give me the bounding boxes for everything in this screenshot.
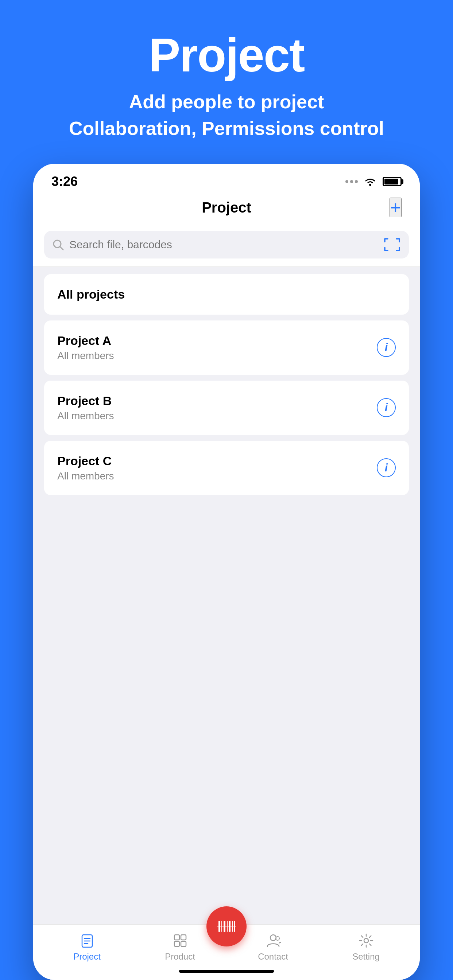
- setting-tab-label: Setting: [353, 951, 380, 962]
- svg-rect-17: [174, 941, 179, 947]
- add-project-button[interactable]: +: [389, 197, 402, 217]
- tab-bar: Project Product Contact: [33, 924, 420, 966]
- subtitle-line2: Collaboration, Permissions control: [69, 118, 384, 139]
- search-bar: [44, 231, 409, 258]
- subtitle-line1: Add people to project: [129, 91, 324, 112]
- project-tab-icon: [79, 932, 95, 949]
- svg-point-0: [369, 184, 371, 186]
- status-icons: [345, 177, 402, 187]
- project-c-info-icon[interactable]: i: [377, 458, 396, 477]
- svg-point-21: [364, 939, 368, 943]
- navigation-bar: Project +: [33, 193, 420, 224]
- search-input[interactable]: [69, 239, 378, 251]
- subtitle: Add people to project Collaboration, Per…: [69, 89, 384, 142]
- project-a-info-icon[interactable]: i: [377, 338, 396, 357]
- search-icon: [52, 239, 64, 250]
- battery-icon: [383, 177, 402, 186]
- scanner-fab-button[interactable]: [206, 906, 247, 947]
- home-bar: [179, 970, 274, 973]
- project-a-subtitle: All members: [57, 350, 114, 362]
- svg-rect-15: [174, 935, 179, 940]
- tab-project[interactable]: Project: [40, 932, 134, 962]
- nav-title: Project: [202, 199, 251, 216]
- signal-dots-icon: [345, 180, 358, 183]
- status-bar: 3:26: [33, 164, 420, 193]
- project-b-title: Project B: [57, 394, 114, 408]
- scanner-fab-icon: [215, 917, 238, 935]
- svg-rect-18: [181, 941, 186, 947]
- project-c-subtitle: All members: [57, 470, 114, 482]
- project-b-info-icon[interactable]: i: [377, 398, 396, 417]
- project-b-card[interactable]: Project B All members i: [44, 380, 409, 435]
- svg-line-2: [60, 247, 63, 250]
- status-time: 3:26: [51, 174, 78, 189]
- product-tab-icon: [172, 932, 188, 949]
- project-c-card[interactable]: Project C All members i: [44, 441, 409, 495]
- product-tab-label: Product: [165, 951, 195, 962]
- project-a-title: Project A: [57, 334, 114, 348]
- project-c-title: Project C: [57, 454, 114, 468]
- all-projects-title: All projects: [57, 287, 125, 302]
- contact-tab-label: Contact: [258, 951, 288, 962]
- home-indicator: [33, 966, 420, 980]
- wifi-icon: [364, 177, 377, 187]
- scan-barcode-icon[interactable]: [383, 237, 401, 252]
- header-section: Project Add people to project Collaborat…: [0, 0, 453, 164]
- content-area: All projects Project A All members i Pro…: [33, 267, 420, 924]
- project-b-subtitle: All members: [57, 410, 114, 422]
- all-projects-card[interactable]: All projects: [44, 274, 409, 315]
- contact-tab-icon: [265, 932, 281, 949]
- svg-point-19: [270, 935, 276, 940]
- search-container: [33, 224, 420, 267]
- phone-mockup: 3:26 Project +: [33, 164, 420, 980]
- svg-rect-16: [181, 935, 186, 940]
- project-tab-label: Project: [73, 951, 100, 962]
- setting-tab-icon: [358, 932, 374, 949]
- project-a-card[interactable]: Project A All members i: [44, 320, 409, 375]
- main-title: Project: [149, 29, 305, 81]
- tab-setting[interactable]: Setting: [319, 932, 413, 962]
